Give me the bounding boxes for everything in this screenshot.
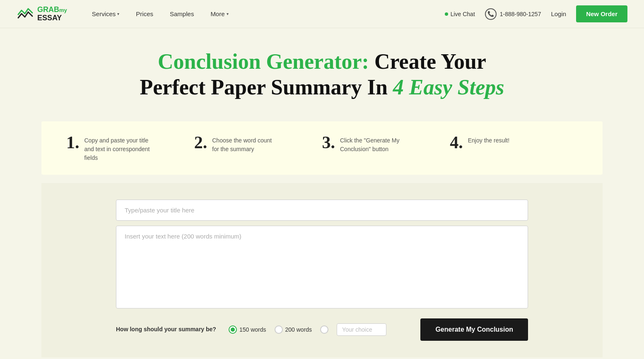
hero-title: Conclusion Generator: Create Your Perfec… <box>17 49 627 101</box>
radio-group: 150 words 200 words <box>229 323 386 336</box>
services-chevron-icon: ▾ <box>117 12 119 16</box>
live-chat-dot-icon <box>445 12 448 16</box>
step-2-number: 2. <box>194 134 207 151</box>
radio-150[interactable]: 150 words <box>229 325 266 334</box>
radio-custom-circle <box>320 325 328 334</box>
step-3: 3. Click the "Generate My Conclusion" bu… <box>322 134 450 154</box>
more-chevron-icon: ▾ <box>227 12 229 16</box>
step-4: 4. Enjoy the result! <box>450 134 578 151</box>
step-2-text: Choose the word count for the summary <box>212 134 278 154</box>
step-2: 2. Choose the word count for the summary <box>194 134 322 154</box>
nav-samples[interactable]: Samples <box>170 10 194 17</box>
title-input[interactable] <box>116 200 528 221</box>
step-4-number: 4. <box>450 134 463 151</box>
custom-word-count-input[interactable] <box>337 323 386 336</box>
step-4-text: Enjoy the result! <box>468 134 509 145</box>
logo-text: GRABmy ESSAY <box>37 6 67 22</box>
hero-title-part4: 4 Easy Steps <box>393 75 504 99</box>
navbar: GRABmy ESSAY Services ▾ Prices Samples M… <box>0 0 644 28</box>
radio-200-circle <box>275 325 283 334</box>
nav-more[interactable]: More ▾ <box>210 10 228 17</box>
live-chat-button[interactable]: Live Chat <box>445 11 475 17</box>
step-1-number: 1. <box>66 134 80 151</box>
nav-right: Live Chat 📞 1-888-980-1257 Login New Ord… <box>445 5 627 22</box>
text-textarea[interactable] <box>116 226 528 308</box>
step-1: 1. Copy and paste your title and text in… <box>66 134 194 162</box>
step-3-number: 3. <box>322 134 335 151</box>
nav-services[interactable]: Services ▾ <box>92 10 120 17</box>
bottom-row: How long should your summary be? 150 wor… <box>116 318 528 341</box>
generate-conclusion-button[interactable]: Generate My Conclusion <box>420 318 528 341</box>
phone-area[interactable]: 📞 1-888-980-1257 <box>485 8 541 20</box>
steps-section: 1. Copy and paste your title and text in… <box>41 121 603 175</box>
logo-icon <box>17 5 34 23</box>
login-link[interactable]: Login <box>551 10 566 17</box>
radio-200[interactable]: 200 words <box>275 325 312 334</box>
step-1-text: Copy and paste your title and text in co… <box>84 134 151 162</box>
radio-200-label: 200 words <box>285 326 312 333</box>
step-3-text: Click the "Generate My Conclusion" butto… <box>340 134 406 154</box>
nav-links: Services ▾ Prices Samples More ▾ <box>92 10 445 17</box>
logo[interactable]: GRABmy ESSAY <box>17 5 67 23</box>
hero-title-part1: Conclusion Generator: <box>158 50 369 73</box>
radio-150-circle <box>229 325 237 334</box>
form-section: How long should your summary be? 150 wor… <box>41 183 603 357</box>
hero-title-part2: Create Your <box>374 50 486 73</box>
hero-section: Conclusion Generator: Create Your Perfec… <box>0 28 644 113</box>
phone-icon: 📞 <box>485 8 497 20</box>
word-count-label: How long should your summary be? <box>116 325 216 334</box>
radio-150-label: 150 words <box>239 326 266 333</box>
nav-prices[interactable]: Prices <box>136 10 153 17</box>
new-order-button[interactable]: New Order <box>576 5 627 22</box>
hero-title-part3: Perfect Paper Summary In <box>140 75 387 99</box>
